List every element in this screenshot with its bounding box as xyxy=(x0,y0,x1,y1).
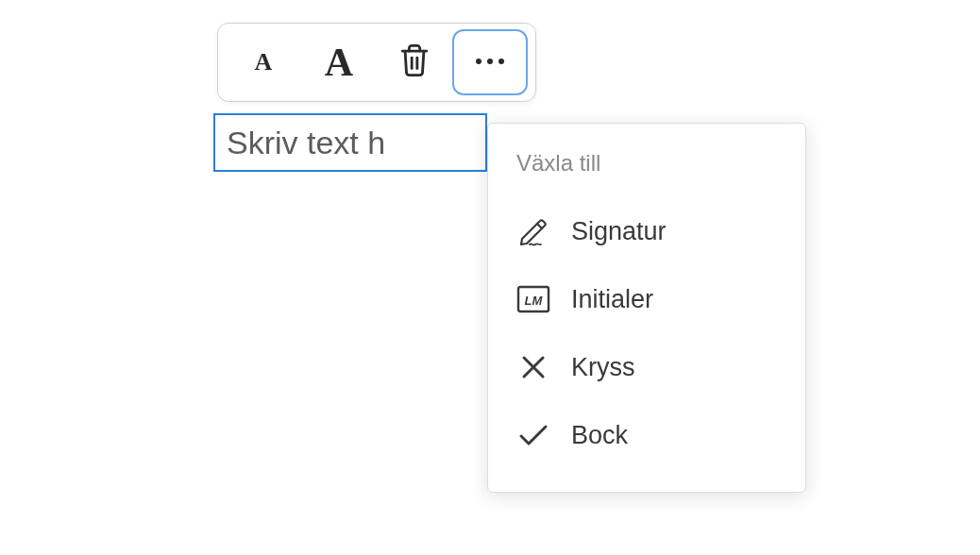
svg-point-3 xyxy=(487,59,493,64)
text-input-placeholder: Skriv text h xyxy=(227,125,385,161)
menu-item-label: Initialer xyxy=(571,285,653,314)
text-toolbar: A A xyxy=(217,23,536,102)
delete-button[interactable] xyxy=(377,29,452,95)
text-input-field[interactable]: Skriv text h xyxy=(213,113,487,172)
menu-header: Växla till xyxy=(488,143,805,197)
more-options-button[interactable] xyxy=(452,29,528,95)
menu-item-initials[interactable]: LM Initialer xyxy=(488,265,805,333)
menu-item-label: Kryss xyxy=(571,353,635,382)
ellipsis-icon xyxy=(471,54,509,71)
menu-item-check[interactable]: Bock xyxy=(488,401,805,469)
menu-item-label: Bock xyxy=(571,421,628,450)
menu-item-signature[interactable]: Signatur xyxy=(488,197,805,265)
large-a-icon: A xyxy=(325,40,353,85)
svg-point-4 xyxy=(498,59,504,64)
decrease-text-size-button[interactable]: A xyxy=(226,29,301,95)
switch-to-menu: Växla till Signatur LM Initialer Kry xyxy=(487,123,806,493)
signature-icon xyxy=(516,214,550,248)
svg-point-2 xyxy=(476,59,482,64)
menu-item-label: Signatur xyxy=(571,217,667,246)
trash-icon xyxy=(398,42,431,82)
small-a-icon: A xyxy=(255,48,273,76)
svg-text:LM: LM xyxy=(525,294,544,308)
initials-icon: LM xyxy=(516,282,550,316)
cross-icon xyxy=(516,350,550,384)
menu-item-cross[interactable]: Kryss xyxy=(488,333,805,401)
increase-text-size-button[interactable]: A xyxy=(301,29,377,95)
check-icon xyxy=(516,418,550,452)
